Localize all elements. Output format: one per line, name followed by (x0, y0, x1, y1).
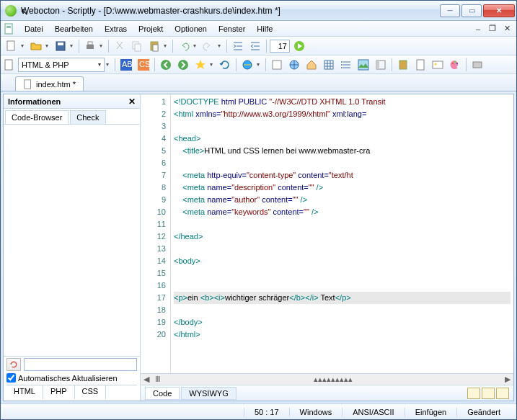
svg-point-35 (454, 61, 456, 63)
favorites-button[interactable] (193, 57, 208, 73)
code-area[interactable]: <!DOCTYPE html PUBLIC "-//W3C//DTD XHTML… (171, 94, 513, 373)
tb-palette[interactable] (447, 57, 463, 73)
code-line[interactable]: <meta http-equiv="content-type" content=… (174, 169, 511, 182)
auto-update-checkbox[interactable] (6, 373, 16, 383)
code-line[interactable]: <p>ein <b><i>wichtiger schräger</b></i> … (174, 292, 511, 304)
open-dropdown[interactable]: ▾ (45, 43, 51, 49)
view-btn-3[interactable] (496, 388, 509, 399)
menu-hilfe[interactable]: Hilfe (252, 23, 278, 35)
run-button[interactable] (291, 38, 307, 54)
view-btn-1[interactable] (467, 388, 480, 399)
paste-button[interactable] (146, 38, 162, 54)
tb-doc3[interactable] (412, 57, 428, 73)
content-area: Informationen ✕ Code-Browser Check Autom… (3, 94, 514, 401)
lang-dropdown[interactable]: ▾ (106, 61, 112, 68)
new-button[interactable] (4, 38, 19, 54)
tb-mountain[interactable] (355, 57, 371, 73)
tb-home[interactable] (304, 57, 319, 73)
copy-button[interactable] (129, 38, 145, 54)
browser-dropdown[interactable]: ▾ (257, 61, 262, 68)
browser-ie[interactable] (239, 57, 255, 73)
tab-code-browser[interactable]: Code-Browser (5, 110, 69, 124)
new-dropdown[interactable]: ▾ (21, 43, 27, 49)
mdi-minimize[interactable]: – (472, 24, 484, 34)
tb-css[interactable]: CSS (136, 57, 151, 73)
undo-dropdown[interactable]: ▾ (193, 43, 199, 49)
refresh-panel-button[interactable] (6, 358, 21, 371)
code-line[interactable]: <meta name="author" content="" /> (174, 194, 511, 206)
save-dropdown[interactable]: ▾ (70, 43, 76, 49)
paste-dropdown[interactable]: ▾ (164, 43, 169, 49)
langtab-html[interactable]: HTML (6, 385, 43, 399)
maximize-button[interactable]: ▭ (461, 4, 482, 17)
code-line[interactable] (174, 120, 511, 133)
menu-datei[interactable]: Datei (19, 23, 48, 35)
langtab-php[interactable]: PHP (43, 385, 75, 399)
tb-frame[interactable] (373, 57, 389, 73)
menu-fenster[interactable]: Fenster (213, 23, 250, 35)
nav-forward[interactable] (175, 57, 191, 73)
tb-clipboard[interactable] (395, 57, 411, 73)
svg-point-25 (341, 64, 343, 66)
svg-rect-9 (135, 44, 141, 51)
redo-button[interactable] (200, 38, 216, 54)
langtab-css[interactable]: CSS (75, 385, 107, 399)
view-wysiwyg-tab[interactable]: WYSIWYG (181, 387, 236, 400)
code-line[interactable]: <head> (174, 133, 511, 145)
tb-page[interactable] (269, 57, 285, 73)
menu-optionen[interactable]: Optionen (169, 23, 212, 35)
code-line[interactable] (174, 218, 511, 231)
titlebar[interactable]: Webocton - Scriptly - [D:\www.webmaster-… (1, 1, 516, 21)
close-button[interactable]: ✕ (483, 4, 515, 17)
panel-filter-input[interactable] (24, 358, 137, 371)
file-tab[interactable]: index.htm * (15, 76, 84, 91)
minimize-button[interactable]: ─ (440, 4, 460, 17)
menu-bearbeiten[interactable]: Bearbeiten (50, 23, 98, 35)
view-code-tab[interactable]: Code (145, 387, 180, 400)
save-button[interactable] (53, 38, 69, 54)
code-line[interactable] (174, 157, 511, 169)
tab-check[interactable]: Check (70, 110, 105, 124)
open-button[interactable] (28, 38, 44, 54)
menu-projekt[interactable]: Projekt (133, 23, 168, 35)
code-line[interactable]: </html> (174, 329, 511, 341)
mdi-close[interactable]: ✕ (501, 24, 513, 34)
undo-button[interactable] (176, 38, 192, 54)
nav-back[interactable] (158, 57, 174, 73)
code-line[interactable]: <meta name="keywords" content="" /> (174, 206, 511, 218)
code-line[interactable]: <html xmlns="http://www.w3.org/1999/xhtm… (174, 108, 511, 120)
refresh-button[interactable] (217, 57, 233, 73)
goto-line-input[interactable] (270, 40, 290, 53)
fav-dropdown[interactable]: ▾ (210, 61, 216, 68)
code-line[interactable] (174, 280, 511, 292)
code-line[interactable]: <title>HTML und CSS lernen bei www.webma… (174, 145, 511, 157)
code-line[interactable]: </body> (174, 316, 511, 329)
code-line[interactable]: <!DOCTYPE html PUBLIC "-//W3C//DTD XHTML… (174, 96, 511, 108)
auto-update-row[interactable]: Automatisches Aktualisieren (6, 372, 137, 383)
cut-button[interactable] (112, 38, 128, 54)
indent-button[interactable] (230, 38, 246, 54)
code-line[interactable]: <meta name="description" content="" /> (174, 182, 511, 194)
outdent-button[interactable] (247, 38, 263, 54)
tb-globe[interactable] (286, 57, 302, 73)
tb-image[interactable] (430, 57, 446, 73)
code-line[interactable]: <body> (174, 255, 511, 267)
menu-extras[interactable]: Extras (100, 23, 132, 35)
code-line[interactable] (174, 243, 511, 255)
tb-table[interactable] (321, 57, 337, 73)
tb-abc[interactable]: ABC (118, 57, 134, 73)
code-line[interactable] (174, 267, 511, 280)
redo-dropdown[interactable]: ▾ (218, 43, 224, 49)
editor-scrollbar[interactable]: ◀Ⅲ ▴▴▴▴▴▴▴▴▴ ▶ (141, 373, 513, 385)
print-button[interactable] (82, 38, 98, 54)
code-line[interactable]: </head> (174, 231, 511, 243)
panel-close-button[interactable]: ✕ (128, 97, 136, 107)
print-dropdown[interactable]: ▾ (100, 43, 105, 49)
language-selector[interactable]: HTML & PHP ▾ (18, 58, 105, 72)
mdi-restore[interactable]: ❐ (487, 24, 498, 34)
code-line[interactable] (174, 304, 511, 316)
view-btn-2[interactable] (482, 388, 495, 399)
tb-list[interactable] (338, 57, 354, 73)
editor-body[interactable]: 1234567891011121314151617181920 <!DOCTYP… (141, 94, 513, 373)
tb-extra[interactable] (469, 57, 485, 73)
